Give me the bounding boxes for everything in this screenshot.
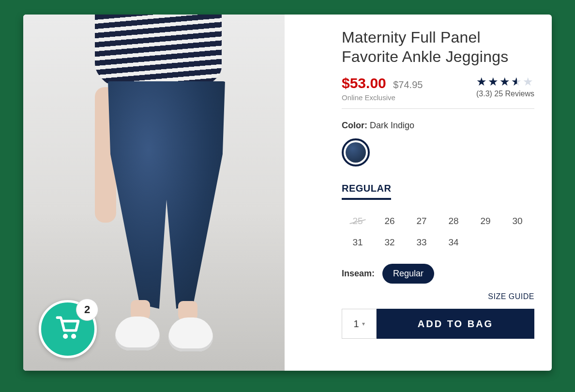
inseam-chip-regular[interactable]: Regular (382, 264, 434, 284)
size-option-30[interactable]: 30 (501, 211, 533, 232)
size-option-26[interactable]: 26 (374, 211, 406, 232)
svg-point-0 (63, 334, 67, 338)
original-price: $74.95 (393, 79, 423, 90)
size-option-29[interactable]: 29 (469, 211, 501, 232)
color-label-row: Color: Dark Indigo (342, 121, 534, 131)
size-option-32[interactable]: 32 (374, 232, 406, 253)
inseam-label: Inseam: (342, 269, 375, 279)
product-image: 2 (23, 15, 285, 371)
product-title: Maternity Full Panel Favorite Ankle Jegg… (342, 28, 534, 66)
chevron-down-icon: ▾ (362, 320, 365, 327)
svg-point-1 (72, 334, 76, 338)
size-grid: 25262728293031323334 (342, 211, 534, 253)
color-swatch-dark-indigo[interactable] (342, 138, 370, 166)
cart-fab-button[interactable]: 2 (39, 300, 97, 358)
color-label: Color: (342, 121, 367, 130)
size-option-33[interactable]: 33 (406, 232, 438, 253)
size-guide-link[interactable]: SIZE GUIDE (342, 292, 534, 301)
size-option-34[interactable]: 34 (438, 232, 469, 253)
reviews-link[interactable]: ★★★★★ (3.3) 25 Reviews (476, 75, 534, 98)
sale-price: $53.00 (342, 75, 386, 91)
tab-regular[interactable]: REGULAR (342, 183, 391, 200)
quantity-select[interactable]: 1 ▾ (342, 309, 377, 339)
product-details: Maternity Full Panel Favorite Ankle Jegg… (285, 15, 552, 371)
add-to-bag-button[interactable]: ADD TO BAG (377, 309, 534, 339)
quantity-value: 1 (353, 318, 359, 330)
size-option-31[interactable]: 31 (342, 232, 374, 253)
star-rating: ★★★★★ (476, 75, 534, 89)
size-option-27[interactable]: 27 (406, 211, 438, 232)
size-option-25: 25 (342, 211, 374, 232)
price-note: Online Exclusive (342, 93, 423, 102)
size-option-28[interactable]: 28 (438, 211, 469, 232)
product-card: 2 Maternity Full Panel Favorite Ankle Je… (23, 15, 552, 371)
cart-count-badge: 2 (76, 299, 98, 321)
color-value: Dark Indigo (370, 121, 414, 130)
swatch-fill (346, 142, 366, 163)
reviews-summary: (3.3) 25 Reviews (476, 90, 534, 98)
cart-icon (54, 314, 82, 344)
